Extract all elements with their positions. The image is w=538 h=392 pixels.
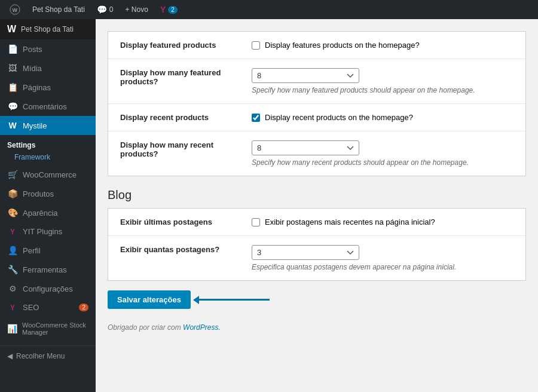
- settings-row-how-many-featured: Display how many featured products? 8 12…: [108, 59, 525, 104]
- sidebar-item-mystile[interactable]: W Mystile: [0, 116, 96, 135]
- label-display-featured: Display featured products: [108, 32, 240, 59]
- sidebar-item-posts[interactable]: 📄 Posts: [0, 39, 96, 59]
- checkbox-featured-label[interactable]: Display features products on the homepag…: [265, 41, 420, 50]
- checkbox-row-exibir: Exibir postagens mais recentes na página…: [252, 218, 513, 226]
- ferramentas-icon: 🔧: [7, 265, 18, 274]
- sidebar-item-produtos[interactable]: 📦 Produtos: [0, 184, 96, 203]
- footer-credit: Obrigado por criar com WordPress.: [108, 323, 526, 336]
- label-display-recent: Display recent products: [108, 104, 240, 131]
- sidebar-item-label: Perfil: [23, 246, 41, 255]
- collapse-label: Recolher Menu: [16, 352, 65, 360]
- yoast-icon: Y: [160, 5, 166, 14]
- input-exibir-quantas: 3 124 5678910 Especifica quantas postage…: [240, 236, 525, 280]
- checkbox-exibir-ultimas[interactable]: [252, 218, 260, 226]
- seo-badge: 2: [79, 304, 88, 311]
- blog-section-heading: Blog: [108, 188, 526, 202]
- comments-link[interactable]: 💬 0: [92, 0, 118, 19]
- sidebar-item-label: Ferramentas: [23, 265, 67, 274]
- desc-exibir-quantas: Especifica quantas postagens devem apare…: [252, 263, 513, 271]
- save-row: Salvar alterações: [108, 290, 526, 309]
- midia-icon: 🖼: [7, 63, 18, 73]
- sidebar-item-label: Páginas: [23, 83, 51, 92]
- settings-table-products: Display featured products Display featur…: [108, 31, 526, 176]
- sidebar-logo[interactable]: W Pet Shop da Tati: [0, 19, 96, 39]
- checkbox-recent[interactable]: [252, 114, 260, 122]
- collapse-icon: ◀: [7, 352, 13, 360]
- sidebar-item-woocommerce[interactable]: 🛒 WooCommerce: [0, 165, 96, 184]
- sidebar-item-label: Comentários: [23, 102, 67, 111]
- label-how-many-featured: Display how many featured products?: [108, 59, 240, 103]
- sidebar-item-label: Mídia: [23, 64, 42, 73]
- settings-sub-label: Framework: [0, 152, 96, 165]
- seo-icon: Y: [7, 304, 18, 312]
- woo-icon: 🛒: [7, 170, 18, 179]
- wp-logo[interactable]: W: [5, 0, 25, 19]
- paginas-icon: 📋: [7, 82, 18, 92]
- sidebar-item-label: Configurações: [23, 284, 73, 293]
- collapse-menu[interactable]: ◀ Recolher Menu: [0, 345, 96, 366]
- sidebar-item-stock-manager[interactable]: 📊 WooCommerce Stock Manager: [0, 317, 96, 341]
- wordpress-link[interactable]: WordPress.: [183, 323, 221, 332]
- yoast-badge: 2: [168, 6, 178, 14]
- settings-row-recent: Display recent products Display recent p…: [108, 104, 525, 131]
- checkbox-exibir-label[interactable]: Exibir postagens mais recentes na página…: [265, 218, 435, 226]
- posts-icon: 📄: [7, 44, 18, 54]
- settings-row-exibir-ultimas: Exibir últimas postagens Exibir postagen…: [108, 209, 525, 236]
- configuracoes-icon: ⚙: [7, 284, 18, 293]
- new-content[interactable]: + Novo: [121, 0, 153, 19]
- select-exibir-quantas[interactable]: 3 124 5678910: [252, 245, 359, 260]
- sidebar-item-aparencia[interactable]: 🎨 Aparência: [0, 203, 96, 222]
- site-name[interactable]: Pet Shop da Tati: [27, 0, 90, 19]
- sidebar-item-paginas[interactable]: 📋 Páginas: [0, 78, 96, 97]
- perfil-icon: 👤: [7, 246, 18, 255]
- select-how-many-featured[interactable]: 8 1234 567910: [252, 68, 359, 83]
- stock-icon: 📊: [7, 324, 17, 333]
- select-how-many-recent[interactable]: 8 1234 567910: [252, 140, 359, 155]
- sidebar-item-label: Aparência: [23, 209, 58, 218]
- mystile-icon: W: [7, 121, 18, 130]
- comment-icon: 💬: [97, 5, 107, 14]
- settings-row-featured: Display featured products Display featur…: [108, 32, 525, 59]
- sidebar-item-label: Mystile: [23, 121, 47, 130]
- aparencia-icon: 🎨: [7, 208, 18, 218]
- save-button[interactable]: Salvar alterações: [108, 290, 191, 309]
- comentarios-icon: 💬: [7, 102, 18, 111]
- sidebar-item-configuracoes[interactable]: ⚙ Configurações: [0, 279, 96, 298]
- sidebar: W Pet Shop da Tati 📄 Posts 🖼 Mídia 📋 Pág…: [0, 19, 96, 392]
- sidebar-item-label: SEO: [23, 303, 39, 312]
- input-how-many-featured: 8 1234 567910 Specify how many featured …: [240, 59, 525, 103]
- sidebar-item-label: WooCommerce Stock Manager: [22, 321, 88, 336]
- label-exibir-ultimas: Exibir últimas postagens: [108, 209, 240, 235]
- settings-row-how-many-recent: Display how many recent products? 8 1234…: [108, 131, 525, 176]
- input-display-recent: Display recent products on the homepage?: [240, 104, 525, 131]
- wp-admin-icon: W: [7, 24, 16, 35]
- label-exibir-quantas: Exibir quantas postagens?: [108, 236, 240, 280]
- checkbox-recent-label[interactable]: Display recent products on the homepage?: [265, 113, 413, 122]
- content-area: Display featured products Display featur…: [96, 19, 538, 392]
- settings-row-exibir-quantas: Exibir quantas postagens? 3 124 5678910 …: [108, 236, 525, 280]
- sidebar-item-perfil[interactable]: 👤 Perfil: [0, 241, 96, 260]
- sidebar-item-label: Produtos: [23, 189, 54, 198]
- desc-how-many-recent: Specify how many recent products should …: [252, 158, 513, 167]
- sidebar-item-seo[interactable]: Y SEO 2: [0, 298, 96, 317]
- yoast-link[interactable]: Y 2: [155, 0, 182, 19]
- checkbox-row-featured: Display features products on the homepag…: [252, 41, 513, 50]
- sidebar-item-comentarios[interactable]: 💬 Comentários: [0, 97, 96, 116]
- checkbox-featured[interactable]: [252, 41, 260, 50]
- sidebar-item-midia[interactable]: 🖼 Mídia: [0, 59, 96, 78]
- checkbox-row-recent: Display recent products on the homepage?: [252, 113, 513, 122]
- sidebar-item-label: YIT Plugins: [23, 227, 62, 236]
- svg-text:W: W: [13, 7, 18, 13]
- sidebar-item-yit[interactable]: Y YIT Plugins: [0, 222, 96, 241]
- settings-section-label: Settings: [0, 135, 96, 152]
- sidebar-site-name: Pet Shop da Tati: [21, 25, 74, 33]
- input-how-many-recent: 8 1234 567910 Specify how many recent pr…: [240, 131, 525, 176]
- settings-table-blog: Exibir últimas postagens Exibir postagen…: [108, 208, 526, 281]
- main-layout: W Pet Shop da Tati 📄 Posts 🖼 Mídia 📋 Pág…: [0, 19, 538, 392]
- desc-how-many-featured: Specify how many featured products shoul…: [252, 86, 513, 94]
- sidebar-item-label: WooCommerce: [23, 170, 77, 179]
- sidebar-item-label: Posts: [23, 45, 42, 54]
- sidebar-item-ferramentas[interactable]: 🔧 Ferramentas: [0, 260, 96, 279]
- admin-bar: W Pet Shop da Tati 💬 0 + Novo Y 2: [0, 0, 538, 19]
- yit-icon: Y: [7, 228, 18, 236]
